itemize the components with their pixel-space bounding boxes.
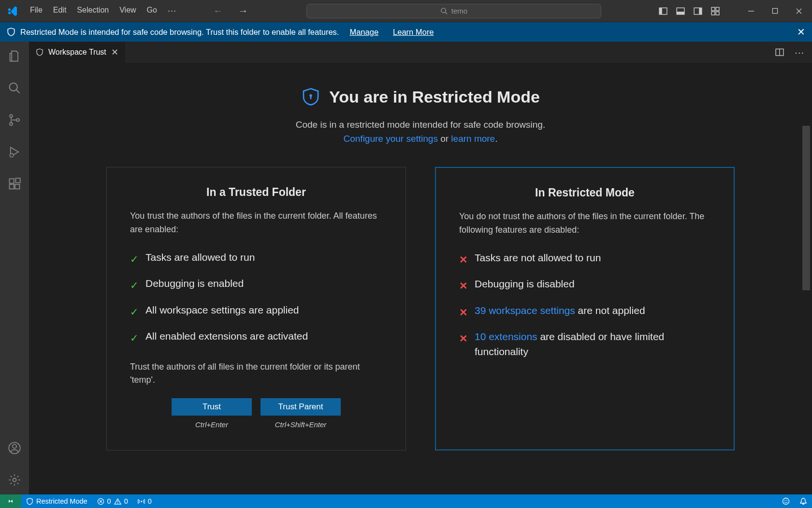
banner-close-icon[interactable]: ✕	[797, 26, 805, 38]
trusted-desc: You trust the authors of the files in th…	[130, 209, 382, 237]
minimize-icon[interactable]	[746, 7, 756, 15]
svg-rect-23	[10, 184, 14, 189]
status-restricted-mode[interactable]: Restricted Mode	[21, 494, 92, 508]
trusted-feature: ✓Tasks are allowed to run	[130, 250, 382, 267]
trust-shortcut: Ctrl+Enter	[195, 420, 228, 429]
shield-icon	[36, 48, 44, 56]
close-icon[interactable]	[794, 7, 804, 15]
menu-bar: File Edit Selection View Go ···	[25, 3, 181, 19]
customize-layout-icon[interactable]	[711, 7, 720, 15]
restricted-feature: ✕Debugging is disabled	[459, 277, 710, 293]
status-problems[interactable]: 0 0	[92, 494, 133, 508]
menu-selection[interactable]: Selection	[72, 3, 114, 19]
maximize-icon[interactable]	[770, 7, 780, 15]
svg-point-0	[441, 8, 446, 13]
nav-forward-icon[interactable]: →	[237, 4, 249, 17]
restricted-mode-card: In Restricted Mode You do not trust the …	[435, 167, 735, 450]
tab-bar: Workspace Trust ✕ ···	[29, 42, 812, 63]
toggle-secondary-sidebar-icon[interactable]	[694, 7, 702, 15]
svg-point-28	[13, 478, 16, 482]
title-bar: File Edit Selection View Go ··· ← → temo	[0, 0, 812, 22]
restricted-desc: You do not trust the authors of the file…	[459, 210, 710, 237]
svg-rect-8	[711, 7, 715, 11]
nav-arrows: ← →	[212, 4, 249, 17]
run-debug-icon[interactable]	[7, 144, 22, 160]
trusted-feature: ✓All enabled extensions are activated	[130, 329, 382, 345]
svg-point-20	[16, 119, 19, 121]
cross-icon: ✕	[459, 331, 468, 346]
trusted-feature: ✓Debugging is enabled	[130, 276, 382, 293]
toggle-panel-icon[interactable]	[676, 7, 685, 15]
menu-view[interactable]: View	[115, 3, 141, 19]
cross-icon: ✕	[459, 305, 468, 320]
cross-icon: ✕	[459, 253, 468, 267]
restricted-feature: ✕Tasks are not allowed to run	[459, 251, 710, 267]
svg-point-27	[13, 444, 16, 448]
svg-rect-22	[10, 179, 14, 183]
trust-parent-button[interactable]: Trust Parent	[261, 398, 341, 416]
status-feedback-icon[interactable]	[777, 494, 795, 508]
nav-back-icon[interactable]: ←	[212, 4, 224, 17]
menu-file[interactable]: File	[25, 3, 47, 19]
cross-icon: ✕	[459, 279, 468, 293]
check-icon: ✓	[130, 252, 139, 267]
trust-button[interactable]: Trust	[172, 398, 252, 416]
svg-line-17	[16, 90, 20, 93]
menu-more-icon[interactable]: ···	[163, 3, 181, 19]
tab-workspace-trust[interactable]: Workspace Trust ✕	[29, 42, 126, 63]
svg-line-1	[445, 12, 447, 14]
check-icon: ✓	[130, 305, 139, 319]
more-actions-icon[interactable]: ···	[795, 47, 804, 58]
svg-rect-11	[716, 12, 719, 15]
toggle-primary-sidebar-icon[interactable]	[659, 7, 667, 15]
svg-point-21	[10, 153, 13, 157]
layout-controls	[659, 7, 720, 15]
activity-bar	[0, 42, 29, 494]
shield-icon	[7, 28, 15, 36]
learn-more-link[interactable]: learn more	[451, 134, 495, 144]
svg-rect-5	[677, 12, 684, 15]
configure-settings-link[interactable]: Configure your settings	[344, 134, 438, 144]
tab-close-icon[interactable]: ✕	[111, 47, 118, 58]
settings-gear-icon[interactable]	[7, 472, 22, 488]
explorer-icon[interactable]	[7, 48, 22, 64]
svg-rect-25	[15, 178, 20, 182]
svg-point-38	[141, 501, 142, 502]
scrollbar[interactable]	[802, 126, 810, 290]
svg-point-18	[10, 115, 13, 118]
workspace-trust-editor: You are in Restricted Mode Code is in a …	[29, 63, 812, 494]
page-title: You are in Restricted Mode	[301, 87, 540, 106]
banner-message: Restricted Mode is intended for safe cod…	[20, 28, 339, 37]
menu-go[interactable]: Go	[142, 3, 162, 19]
accounts-icon[interactable]	[7, 440, 22, 456]
remote-indicator[interactable]	[0, 494, 21, 508]
check-icon: ✓	[130, 331, 139, 345]
source-control-icon[interactable]	[7, 112, 22, 128]
search-icon	[440, 7, 448, 15]
svg-rect-24	[15, 184, 19, 189]
split-editor-icon[interactable]	[775, 48, 784, 57]
banner-learn-more-link[interactable]: Learn More	[393, 28, 434, 37]
check-icon: ✓	[130, 278, 139, 293]
svg-point-19	[10, 122, 13, 125]
svg-rect-7	[699, 8, 702, 15]
search-panel-icon[interactable]	[7, 80, 22, 96]
svg-point-41	[786, 500, 787, 501]
svg-rect-3	[659, 8, 662, 15]
workspace-settings-link[interactable]: 39 workspace settings	[475, 305, 575, 316]
search-text: temo	[451, 7, 467, 15]
status-notifications-icon[interactable]	[795, 494, 812, 508]
restricted-feature: ✕39 workspace settings are not applied	[459, 303, 710, 320]
banner-manage-link[interactable]: Manage	[349, 28, 378, 37]
extensions-icon[interactable]	[7, 176, 22, 192]
restricted-title: In Restricted Mode	[459, 186, 710, 199]
menu-edit[interactable]: Edit	[48, 3, 72, 19]
trusted-title: In a Trusted Folder	[130, 186, 382, 199]
restricted-feature: ✕10 extensions are disabled or have limi…	[459, 329, 710, 359]
status-ports[interactable]: 0	[133, 494, 157, 508]
svg-rect-13	[772, 8, 777, 13]
command-center-search[interactable]: temo	[306, 4, 601, 18]
trust-parent-shortcut: Ctrl+Shift+Enter	[275, 420, 327, 429]
restricted-mode-banner: Restricted Mode is intended for safe cod…	[0, 22, 812, 42]
extensions-link[interactable]: 10 extensions	[475, 331, 537, 342]
